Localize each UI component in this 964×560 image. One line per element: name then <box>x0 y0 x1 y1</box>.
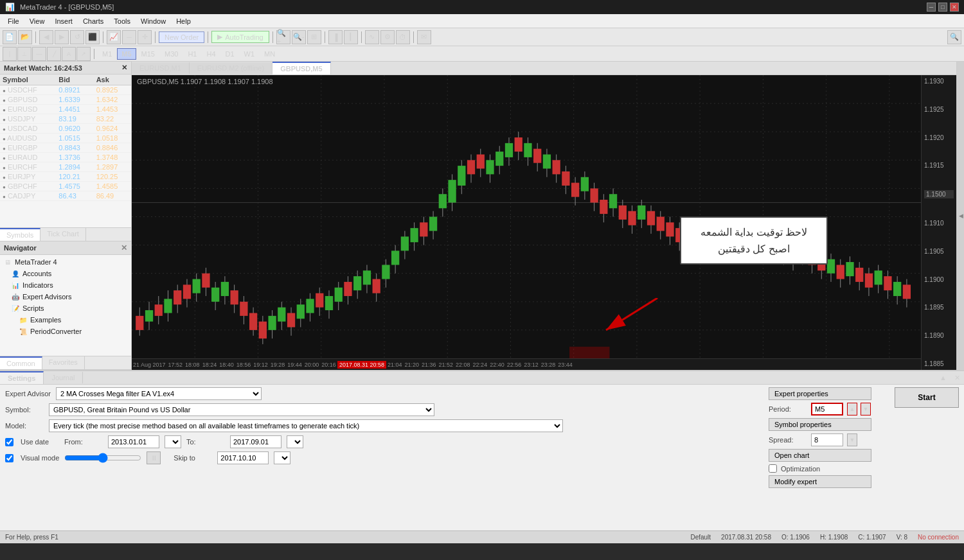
modify-expert-button[interactable]: Modify expert <box>769 475 871 488</box>
tf-m1[interactable]: M1 <box>98 48 116 60</box>
hline-icon[interactable]: — <box>32 47 46 61</box>
nav-tab-common[interactable]: Common <box>0 356 42 369</box>
indicator-icon[interactable]: ∿ <box>365 30 379 44</box>
menu-tools[interactable]: Tools <box>109 16 136 26</box>
chart-tab-gbpusd-m5[interactable]: GBPUSD,M5 <box>272 62 330 74</box>
period-input[interactable] <box>811 403 843 416</box>
model-select[interactable]: Every tick (the most precise method base… <box>49 419 563 432</box>
stop-icon[interactable]: ⬛ <box>85 30 100 44</box>
tf-w1[interactable]: W1 <box>240 48 260 60</box>
spread-spinner[interactable]: ▼ <box>847 433 857 446</box>
use-date-checkbox[interactable] <box>5 438 13 446</box>
tf-m30[interactable]: M30 <box>160 48 183 60</box>
visual-mode-checkbox[interactable] <box>5 454 13 462</box>
expert-properties-button[interactable]: Expert properties <box>769 387 871 400</box>
close-button[interactable]: ✕ <box>950 3 959 12</box>
menu-file[interactable]: File <box>3 16 24 26</box>
nav-scripts[interactable]: 📝 Scripts <box>0 302 131 314</box>
to-input[interactable] <box>230 435 281 448</box>
chart-tab-eurusd-m1[interactable]: EURUSD,M1 <box>132 62 190 74</box>
minimize-button[interactable]: ─ <box>927 3 936 12</box>
candle-icon[interactable]: ┃ <box>344 30 358 44</box>
email-icon[interactable]: ✉ <box>417 30 431 44</box>
new-file-icon[interactable]: 📄 <box>3 30 17 44</box>
menu-window[interactable]: Window <box>136 16 171 26</box>
list-item[interactable]: ● AUDUSD 1.0515 1.0518 <box>0 134 131 143</box>
nav-tab-favorites[interactable]: Favorites <box>42 356 85 369</box>
open-chart-button[interactable]: Open chart <box>769 449 871 462</box>
period-spinner-down[interactable]: ▼ <box>861 403 871 416</box>
symbol-select[interactable]: GBPUSD, Great Britain Pound vs US Dollar <box>49 403 434 416</box>
list-item[interactable]: ● GBPUSD 1.6339 1.6342 <box>0 95 131 105</box>
zoom-in-icon[interactable]: 🔍+ <box>276 30 290 44</box>
nav-accounts[interactable]: 👤 Accounts <box>0 268 131 279</box>
menu-insert[interactable]: Insert <box>49 16 78 26</box>
arrow-icon[interactable]: ↗ <box>76 47 91 61</box>
tf-m15[interactable]: M15 <box>137 48 159 60</box>
tf-d1[interactable]: D1 <box>221 48 239 60</box>
from-input[interactable] <box>108 435 159 448</box>
new-order-button[interactable]: New Order <box>159 31 204 43</box>
vert-line-icon[interactable]: ⊥ <box>17 47 31 61</box>
chart-tab-eurusd-m2[interactable]: EURUSD,M2 (offline) <box>190 62 272 74</box>
tf-h1[interactable]: H1 <box>183 48 201 60</box>
ea-select[interactable]: 2 MA Crosses Mega filter EA V1.ex4 <box>56 387 262 400</box>
menu-help[interactable]: Help <box>171 16 196 26</box>
list-item[interactable]: ● EURGBP 0.8843 0.8846 <box>0 143 131 153</box>
tab-journal[interactable]: Journal <box>44 372 83 383</box>
chart-icon[interactable]: 📈 <box>107 30 121 44</box>
optimization-checkbox[interactable] <box>769 464 777 473</box>
list-item[interactable]: ● USDJPY 83.19 83.22 <box>0 114 131 124</box>
line-tool-icon[interactable]: | <box>3 47 17 61</box>
list-item[interactable]: ● EURUSD 1.4451 1.4453 <box>0 105 131 114</box>
autotrading-button[interactable]: ▶ AutoTrading <box>211 31 269 43</box>
grid-icon[interactable]: ⊞ <box>307 30 321 44</box>
search-icon[interactable]: 🔍 <box>947 30 961 44</box>
spread-input[interactable] <box>811 433 843 446</box>
market-watch-close[interactable]: ✕ <box>121 64 127 72</box>
list-item[interactable]: ● USDCAD 0.9620 0.9624 <box>0 124 131 134</box>
tab-tick-chart[interactable]: Tick Chart <box>40 228 86 241</box>
list-item[interactable]: ● EURAUD 1.3736 1.3748 <box>0 153 131 162</box>
menu-view[interactable]: View <box>24 16 50 26</box>
nav-indicators[interactable]: 📊 Indicators <box>0 279 131 291</box>
tab-settings[interactable]: Settings <box>0 371 44 384</box>
skip-to-input[interactable] <box>217 451 269 464</box>
tf-m5[interactable]: M5 <box>117 48 136 60</box>
nav-expert-advisors[interactable]: 🤖 Expert Advisors <box>0 291 131 302</box>
list-item[interactable]: ● USDCHF 0.8921 0.8925 <box>0 85 131 95</box>
chart-canvas[interactable]: GBPUSD,M5 1.1907 1.1908 1.1907 1.1908 <box>132 75 956 370</box>
nav-period-converter[interactable]: 📜 PeriodConverter <box>0 326 131 337</box>
symbol-properties-button[interactable]: Symbol properties <box>769 418 871 431</box>
bar-chart-icon[interactable]: ▐ <box>328 30 343 44</box>
start-button[interactable]: Start <box>895 387 959 408</box>
list-item[interactable]: ● CADJPY 86.43 86.49 <box>0 191 131 201</box>
zoom-out-icon[interactable]: 🔍- <box>292 30 306 44</box>
tf-h4[interactable]: H4 <box>202 48 220 60</box>
forward-icon[interactable]: ▶ <box>55 30 69 44</box>
maximize-button[interactable]: □ <box>938 3 947 12</box>
title-bar-controls[interactable]: ─ □ ✕ <box>927 3 959 12</box>
minimize-panel-button[interactable]: ▲ <box>936 372 951 383</box>
text-icon[interactable]: A <box>62 47 76 61</box>
settings-icon[interactable]: ⚙ <box>380 30 395 44</box>
to-cal[interactable] <box>287 435 303 448</box>
clock-icon[interactable]: ⏱ <box>396 30 410 44</box>
list-item[interactable]: ● EURJPY 120.21 120.25 <box>0 172 131 182</box>
nav-metatrader4[interactable]: 🖥 MetaTrader 4 <box>0 256 131 268</box>
line-icon[interactable]: ─ <box>122 30 136 44</box>
back-icon[interactable]: ◀ <box>39 30 53 44</box>
visual-speed-slider[interactable] <box>64 453 141 463</box>
period-spinner-up[interactable]: ▲ <box>847 403 857 416</box>
market-watch-scroll[interactable]: Symbol Bid Ask ● USDCHF 0.8921 0.8925 ● … <box>0 74 131 227</box>
list-item[interactable]: ● GBPCHF 1.4575 1.4585 <box>0 182 131 191</box>
trendline-icon[interactable]: ╱ <box>47 47 61 61</box>
nav-examples[interactable]: 📁 Examples <box>0 314 131 326</box>
close-panel-button[interactable]: ✕ <box>951 372 964 384</box>
navigator-close[interactable]: ✕ <box>121 243 127 252</box>
from-cal[interactable] <box>165 435 181 448</box>
pause-button[interactable]: ⏸ <box>147 451 161 464</box>
crosshair-icon[interactable]: ✛ <box>138 30 152 44</box>
menu-charts[interactable]: Charts <box>78 16 109 26</box>
tab-symbols[interactable]: Symbols <box>0 228 40 241</box>
